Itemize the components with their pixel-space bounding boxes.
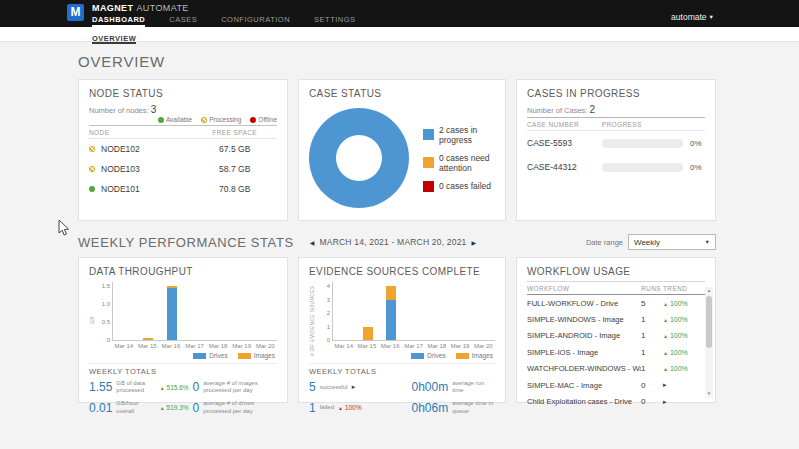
y-tick-label: 1.5 bbox=[102, 283, 110, 289]
scroll-down-icon[interactable]: ▼ bbox=[705, 390, 713, 398]
top-bar: M MAGNETAUTOMATE DASHBOARDCASESCONFIGURA… bbox=[0, 0, 799, 27]
scrollbar[interactable]: ▲ ▼ bbox=[705, 287, 713, 398]
cases-count-label: Number of Cases: bbox=[527, 106, 587, 115]
cases-table-header: CASE NUMBER PROGRESS bbox=[527, 117, 705, 131]
node-count-label: Number of nodes: bbox=[89, 106, 149, 115]
workflow-row[interactable]: WATCHFOLDER-WINDOWS - Watch Folder 1▲ 10… bbox=[527, 361, 705, 377]
node-status-icon bbox=[89, 186, 95, 192]
total-value: 1.55 bbox=[89, 380, 112, 394]
workflow-table-header: WORKFLOW RUNS TREND bbox=[527, 281, 705, 295]
date-range-select[interactable]: Weekly ▼ bbox=[628, 234, 716, 250]
stacked-bar bbox=[340, 282, 350, 340]
node-count-value: 3 bbox=[151, 104, 157, 115]
x-axis-labels: Mar 14Mar 15Mar 16Mar 17Mar 18Mar 19Mar … bbox=[332, 343, 495, 349]
stacked-bar bbox=[455, 282, 465, 340]
node-table-body: NODE102 67.5 GB NODE103 58.7 GB NODE101 … bbox=[89, 139, 277, 199]
workflow-usage-panel: WORKFLOW USAGE WORKFLOW RUNS TREND FULL-… bbox=[516, 257, 716, 403]
nav-item-settings[interactable]: SETTINGS bbox=[314, 15, 356, 27]
workflow-name: Child Exploitation cases - Drive bbox=[527, 397, 641, 406]
subnav-tab-overview[interactable]: OVERVIEW bbox=[92, 32, 136, 44]
donut-legend-item: 0 cases need attention bbox=[423, 153, 495, 173]
scroll-up-icon[interactable]: ▲ bbox=[705, 287, 713, 295]
y-tick-label: 4 bbox=[327, 283, 330, 289]
page-title: OVERVIEW bbox=[78, 53, 716, 70]
x-tick-label: Mar 19 bbox=[448, 343, 471, 349]
bar-segment-drives bbox=[167, 288, 177, 340]
total-item: 0.01 GB/hour overall▲ 519.3% bbox=[89, 400, 189, 414]
x-tick-label: Mar 14 bbox=[332, 343, 355, 349]
status-dot-icon bbox=[201, 117, 207, 123]
user-menu[interactable]: automate▼ bbox=[671, 12, 714, 22]
workflow-row[interactable]: SIMPLE-WINDOWS - Image 1▲ 100% bbox=[527, 311, 705, 327]
bar-slot bbox=[472, 282, 495, 340]
sub-nav: OVERVIEW bbox=[0, 27, 799, 42]
legend-swatch-icon bbox=[423, 157, 434, 168]
runs-col-header: RUNS bbox=[641, 285, 663, 292]
weekly-totals: WEEKLY TOTALS 1.55 GB of data processed▲… bbox=[89, 363, 277, 415]
workflow-row[interactable]: SIMPLE-IOS - Image 1▲ 100% bbox=[527, 344, 705, 360]
workflow-row[interactable]: SIMPLE-MAC - Image 0▸ bbox=[527, 377, 705, 393]
node-free-space: 58.7 GB bbox=[192, 164, 277, 174]
legend-item-drives: Drives bbox=[411, 352, 445, 359]
stacked-bar bbox=[143, 282, 153, 340]
stacked-bar bbox=[213, 282, 223, 340]
node-count: Number of nodes:3 bbox=[89, 104, 277, 115]
node-status-title: NODE STATUS bbox=[89, 88, 277, 99]
cases-count-value: 2 bbox=[589, 104, 595, 115]
trend-up-indicator: ▲ 515.6% bbox=[160, 384, 189, 391]
date-range-label: Date range bbox=[586, 238, 623, 247]
evidence-sources-panel: EVIDENCE SOURCES COMPLETE # OF EVIDENCE … bbox=[298, 257, 506, 403]
bar-slot bbox=[254, 282, 277, 340]
bar-segment-images bbox=[386, 286, 396, 299]
workflow-runs: 1 bbox=[641, 315, 663, 324]
nav-item-dashboard[interactable]: DASHBOARD bbox=[92, 15, 145, 27]
total-label: average time in queue bbox=[452, 400, 495, 414]
node-name: NODE101 bbox=[101, 184, 192, 194]
total-value: 0 bbox=[193, 380, 200, 394]
bar-slot bbox=[113, 282, 136, 340]
overview-panels-row: NODE STATUS Number of nodes:3 Available … bbox=[78, 79, 716, 221]
workflow-col-header: WORKFLOW bbox=[527, 285, 641, 292]
brand-primary: MAGNET bbox=[92, 3, 133, 13]
nav-item-configuration[interactable]: CONFIGURATION bbox=[221, 15, 290, 27]
stacked-bar bbox=[478, 282, 488, 340]
workflow-row[interactable]: SIMPLE-ANDROID - Image 1▲ 100% bbox=[527, 328, 705, 344]
next-week-arrow-icon[interactable]: ▶ bbox=[472, 239, 477, 246]
weekly-stats-header: WEEKLY PERFORMANCE STATS ◀ MARCH 14, 202… bbox=[78, 234, 716, 250]
period-navigator: ◀ MARCH 14, 2021 - MARCH 20, 2021 ▶ bbox=[310, 237, 477, 247]
stacked-bar bbox=[409, 282, 419, 340]
y-axis-label: # OF EVIDENCE SOURCES bbox=[309, 282, 317, 359]
workflow-runs: 1 bbox=[641, 364, 663, 373]
workflow-row[interactable]: Child Exploitation cases - Drive 0▸ bbox=[527, 393, 705, 409]
x-tick-label: Mar 17 bbox=[402, 343, 425, 349]
cases-in-progress-panel: CASES IN PROGRESS Number of Cases:2 CASE… bbox=[516, 79, 716, 221]
data-throughput-title: DATA THROUGHPUT bbox=[89, 266, 277, 277]
stacked-bar bbox=[432, 282, 442, 340]
previous-week-arrow-icon[interactable]: ◀ bbox=[310, 239, 315, 246]
bar-slot bbox=[160, 282, 183, 340]
date-range-control: Date range Weekly ▼ bbox=[586, 234, 716, 250]
legend-item-processing: Processing bbox=[201, 116, 241, 123]
nav-item-cases[interactable]: CASES bbox=[169, 15, 197, 27]
scrollbar-thumb[interactable] bbox=[706, 296, 712, 348]
total-item: 0h06m average time in queue bbox=[412, 400, 496, 414]
y-tick-label: 0 bbox=[327, 337, 330, 343]
main-nav: DASHBOARDCASESCONFIGURATIONSETTINGS bbox=[92, 15, 356, 27]
workflow-runs: 1 bbox=[641, 348, 663, 357]
case-number: CASE-44312 bbox=[527, 162, 602, 172]
case-row: CASE-44312 0% bbox=[527, 155, 705, 179]
period-label: MARCH 14, 2021 - MARCH 20, 2021 bbox=[320, 237, 467, 247]
workflow-row[interactable]: FULL-WORKFLOW - Drive 5▲ 100% bbox=[527, 295, 705, 311]
node-status-legend: Available Processing Offline bbox=[89, 116, 277, 123]
y-tick-label: 1 bbox=[327, 324, 330, 330]
total-value: 0h06m bbox=[412, 401, 449, 415]
legend-swatch-icon bbox=[411, 353, 424, 359]
trend-up-indicator: ▲ 519.3% bbox=[160, 404, 189, 411]
node-row: NODE103 58.7 GB bbox=[89, 159, 277, 179]
y-axis-label: GB bbox=[89, 282, 97, 359]
legend-item-available: Available bbox=[158, 116, 192, 123]
donut-legend: 2 cases in progress 0 cases need attenti… bbox=[423, 125, 495, 192]
brand-name: MAGNETAUTOMATE bbox=[92, 3, 189, 13]
case-number-col-header: CASE NUMBER bbox=[527, 121, 602, 128]
workflow-runs: 5 bbox=[641, 299, 663, 308]
